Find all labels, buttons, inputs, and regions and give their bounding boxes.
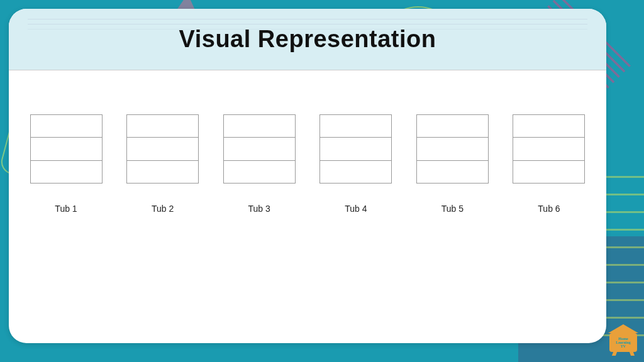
tub-label: Tub 2	[152, 204, 174, 214]
tub-label: Tub 3	[248, 204, 270, 214]
page-title: Visual Representation	[179, 26, 436, 53]
tub-label: Tub 6	[538, 204, 560, 214]
tub-column: Tub 2	[122, 114, 204, 214]
tub-column: Tub 4	[315, 114, 397, 214]
tub-column: Tub 6	[508, 114, 590, 214]
tub-label: Tub 5	[441, 204, 464, 214]
tub-column: Tub 3	[218, 114, 300, 214]
tub-column: Tub 5	[411, 114, 493, 214]
tub-box	[223, 114, 296, 184]
tub-label: Tub 4	[345, 204, 367, 214]
tub-box	[416, 114, 489, 184]
tub-box	[513, 114, 585, 184]
tub-box	[126, 114, 199, 184]
header-bar: Visual Representation	[9, 9, 606, 70]
tub-label: Tub 1	[55, 204, 77, 214]
logo-text-line3: TV	[621, 344, 626, 348]
slide-card: Visual Representation Tub 1 Tub 2 Tub 3 …	[9, 9, 606, 343]
content-area: Tub 1 Tub 2 Tub 3 Tub 4 Tub 5 Tub 6	[9, 70, 606, 214]
tub-column: Tub 1	[25, 114, 107, 214]
tub-box	[319, 114, 392, 184]
tub-box	[30, 114, 103, 184]
home-learning-tv-logo: Home Learning TV	[605, 324, 641, 358]
